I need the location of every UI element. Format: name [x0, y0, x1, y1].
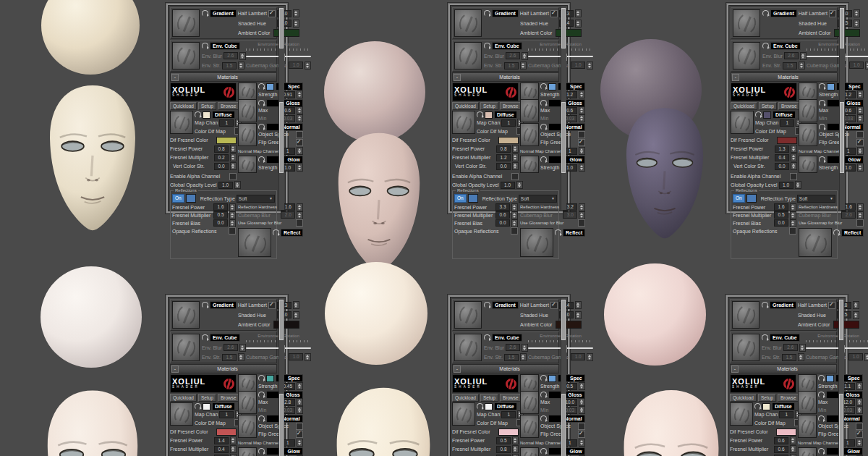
dif-fresnel-color-swatch[interactable] — [776, 428, 796, 436]
diffuse-color-swatch[interactable] — [485, 111, 493, 119]
spinner[interactable] — [297, 203, 303, 211]
use-glossmap-checkbox[interactable] — [856, 219, 864, 227]
spec-color-swatch[interactable] — [266, 375, 274, 382]
use-glossmap-checkbox[interactable] — [296, 219, 303, 227]
refresh-icon[interactable] — [202, 334, 208, 341]
diffuse-color-swatch[interactable] — [763, 111, 771, 119]
browse-button[interactable]: Browse — [218, 102, 239, 110]
global-opacity-value[interactable]: 1.0 — [501, 182, 515, 189]
spinner[interactable] — [297, 382, 303, 390]
vert-color-str-value[interactable]: 0.0 — [775, 163, 789, 170]
env-blur-value[interactable]: 2.6 — [784, 52, 799, 59]
spec-color-swatch[interactable] — [266, 83, 274, 90]
spinner[interactable] — [790, 203, 796, 211]
spinner[interactable] — [293, 311, 299, 319]
env-blur-value[interactable]: 2.6 — [506, 344, 520, 351]
panel-scrollbar[interactable] — [561, 298, 566, 456]
opaque-reflections-checkbox[interactable] — [511, 227, 518, 235]
refresh-icon[interactable] — [258, 156, 265, 163]
spinner[interactable] — [522, 52, 528, 60]
spinner[interactable] — [520, 62, 527, 69]
refresh-icon[interactable] — [819, 83, 825, 90]
env-blur-value[interactable]: 2.6 — [224, 52, 238, 59]
spinner[interactable] — [791, 162, 797, 170]
dif-fresnel-color-swatch[interactable] — [777, 137, 797, 144]
spinner[interactable] — [297, 114, 303, 122]
env-str-value[interactable]: 1.5 — [504, 62, 519, 69]
half-lambert-checkbox[interactable] — [829, 10, 836, 17]
gloss-toggle[interactable]: Gloss — [827, 99, 864, 107]
spinner[interactable] — [799, 344, 806, 352]
refresh-icon[interactable] — [202, 10, 208, 17]
quickload-button[interactable]: Quickload — [170, 102, 197, 110]
spinner[interactable] — [297, 211, 303, 219]
spinner[interactable] — [239, 344, 246, 352]
scrollbar-thumb[interactable] — [839, 300, 843, 340]
refl-fresnel-multiplier-value[interactable]: 0.6 — [495, 211, 510, 219]
materials-rollout-header[interactable]: - Materials — [731, 72, 838, 82]
gloss-preview-knob[interactable] — [798, 391, 817, 414]
spec-color-swatch[interactable] — [548, 83, 556, 90]
global-opacity-value[interactable]: 1.0 — [779, 182, 793, 189]
diffuse-toggle[interactable]: Diffuse — [212, 402, 235, 410]
spinner[interactable] — [587, 62, 593, 69]
diffuse-toggle[interactable]: Diffuse — [772, 402, 795, 410]
flip-green-checkbox[interactable] — [856, 139, 864, 146]
refresh-icon[interactable] — [484, 10, 490, 17]
materials-rollout-header[interactable]: - Materials — [452, 364, 559, 373]
scrollbar-thumb[interactable] — [840, 102, 844, 173]
object-space-checkbox[interactable] — [578, 423, 585, 430]
refresh-icon[interactable] — [195, 111, 201, 118]
gloss-toggle[interactable]: Gloss — [548, 99, 585, 107]
spinner[interactable] — [865, 62, 868, 69]
fresnel-multiplier-value[interactable]: 0.6 — [774, 446, 788, 453]
normal-preview-knob[interactable] — [520, 415, 539, 438]
gradient-preview-knob[interactable] — [172, 301, 200, 329]
refresh-icon[interactable] — [540, 83, 547, 90]
glow-toggle[interactable]: Glow — [826, 447, 863, 455]
spinner[interactable] — [234, 181, 241, 189]
cubemap-gamma-value[interactable]: 1.0 — [289, 62, 303, 69]
spinner[interactable] — [864, 353, 868, 361]
spinner[interactable] — [791, 153, 797, 161]
refresh-icon[interactable] — [484, 43, 490, 49]
spinner[interactable] — [798, 353, 804, 361]
spinner[interactable] — [511, 211, 518, 219]
diffuse-preview-knob[interactable] — [731, 111, 754, 134]
glow-preview-knob[interactable] — [798, 447, 817, 456]
materials-rollout-header[interactable]: - Materials — [170, 364, 277, 373]
reflection-color-swatch[interactable] — [186, 194, 196, 203]
env-cube-preview-knob[interactable] — [454, 334, 482, 361]
quickload-button[interactable]: Quickload — [452, 102, 479, 110]
diffuse-toggle[interactable]: Diffuse — [494, 111, 517, 119]
spinner[interactable] — [853, 301, 859, 309]
spinner[interactable] — [579, 211, 585, 219]
spec-preview-knob[interactable] — [520, 83, 539, 100]
browse-button[interactable]: Browse — [778, 102, 800, 110]
spinner[interactable] — [857, 211, 864, 219]
spinner[interactable] — [305, 353, 311, 361]
map-chan-value[interactable]: 1 — [219, 411, 234, 418]
collapse-button[interactable]: - — [731, 366, 739, 373]
env-blur-value[interactable]: 2.6 — [224, 344, 238, 351]
spinner[interactable] — [229, 219, 236, 227]
browse-button[interactable]: Browse — [218, 394, 239, 402]
spinner[interactable] — [579, 406, 585, 414]
spinner[interactable] — [297, 398, 303, 406]
refresh-icon[interactable] — [202, 302, 208, 308]
enable-alpha-checkbox[interactable] — [511, 173, 519, 180]
gloss-toggle[interactable]: Gloss — [266, 391, 303, 399]
quickload-button[interactable]: Quickload — [731, 102, 757, 110]
fresnel-power-value[interactable]: 0.8 — [496, 145, 511, 153]
panel-scrollbar[interactable] — [838, 298, 844, 456]
flip-green-checkbox[interactable] — [856, 431, 863, 438]
fresnel-power-value[interactable]: 1.4 — [214, 437, 229, 444]
spec-preview-knob[interactable] — [238, 374, 257, 392]
scrollbar-thumb[interactable] — [279, 300, 284, 340]
refresh-icon[interactable] — [540, 156, 547, 163]
normal-toggle[interactable]: Normal — [266, 123, 303, 131]
spec-color-swatch[interactable] — [548, 375, 556, 382]
setup-button[interactable]: Setup — [480, 102, 498, 110]
reflect-button[interactable]: Reflect — [841, 229, 864, 237]
spinner[interactable] — [857, 164, 864, 172]
